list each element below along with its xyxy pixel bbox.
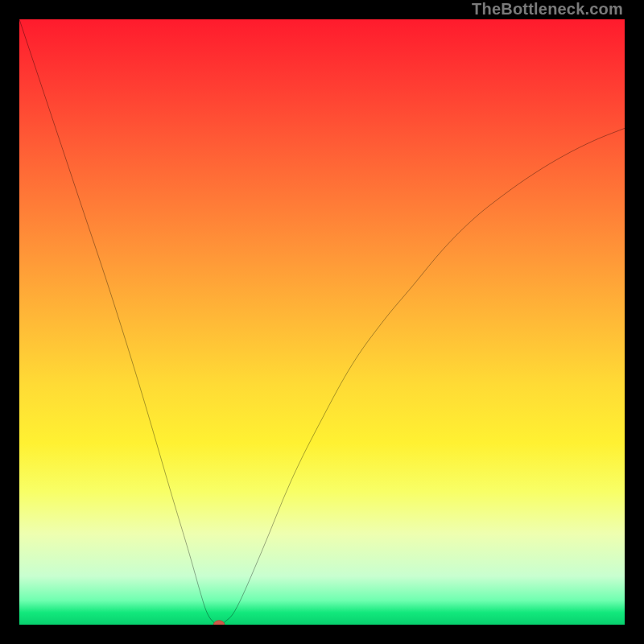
- minimum-marker: [213, 621, 225, 625]
- chart-container: TheBottleneck.com: [0, 0, 644, 644]
- curve-svg: [19, 19, 625, 625]
- bottleneck-curve: [19, 19, 625, 625]
- plot-area: [19, 19, 625, 625]
- watermark-text: TheBottleneck.com: [472, 0, 623, 19]
